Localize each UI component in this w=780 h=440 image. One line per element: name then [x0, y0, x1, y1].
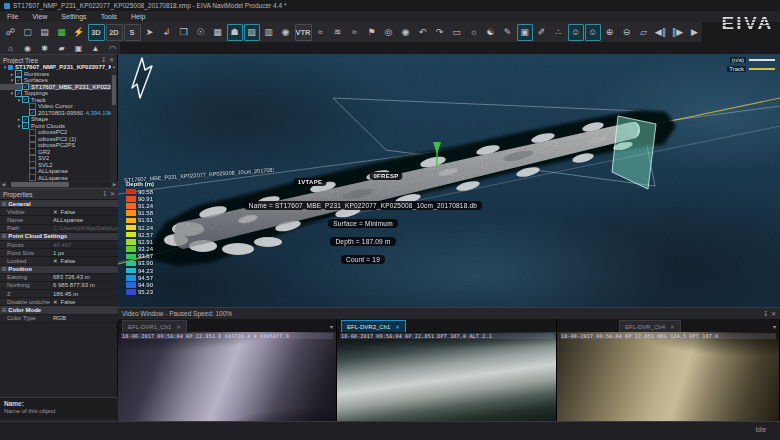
menu-tools[interactable]: Tools — [94, 13, 124, 20]
tab-close-icon[interactable]: ✕ — [395, 324, 400, 330]
property-value[interactable]: ALLspanse — [50, 216, 118, 223]
rectangle-select-icon[interactable]: ▭ — [449, 24, 465, 41]
tool-marker-icon[interactable]: ▲ — [88, 42, 104, 55]
property-value[interactable]: RGB — [50, 315, 118, 322]
tree-checkbox[interactable]: ✓ — [29, 109, 36, 116]
tree-checkbox[interactable]: ✓ — [15, 90, 22, 97]
fill-square-icon[interactable]: ▣ — [517, 24, 533, 41]
tree-horizontal-scrollbar[interactable]: ◀ ▶ — [0, 181, 118, 188]
video-tab[interactable]: EFL-DVR_Ch4✕ — [619, 320, 681, 332]
tool-box-icon[interactable]: ▣ — [71, 42, 87, 55]
tool-bar-icon[interactable]: ▰ — [54, 42, 70, 55]
property-value[interactable]: 186.45 m — [50, 290, 118, 297]
video-tab[interactable]: EFL-DVR1_Ch1✕ — [122, 320, 187, 332]
pin-icon[interactable]: ↧ — [101, 57, 106, 63]
tool-record-icon[interactable]: ◉ — [20, 42, 36, 55]
undo-icon[interactable]: ↶ — [415, 24, 431, 41]
property-value[interactable]: ✕False — [50, 257, 118, 264]
play-icon[interactable]: ▶ — [687, 24, 703, 41]
select-pointer-icon[interactable]: ➤ — [142, 24, 158, 41]
view-single-button[interactable]: S — [124, 24, 141, 41]
edit-pen-icon[interactable]: ✎ — [500, 24, 516, 41]
smiley-filter-2-icon[interactable]: ☺ — [585, 24, 601, 41]
event-label-1vtape[interactable]: 1VTAPE — [294, 178, 327, 186]
property-value[interactable]: 6 985 877.93 m — [50, 282, 118, 289]
redo-icon[interactable]: ↷ — [432, 24, 448, 41]
tree-checkbox[interactable]: ✓ — [15, 77, 22, 84]
image-view-icon[interactable]: ▥ — [261, 24, 277, 41]
tree-checkbox[interactable]: ✓ — [22, 122, 29, 129]
pin-icon[interactable]: ↧ — [102, 191, 107, 197]
paint-tool-icon[interactable]: ✐ — [534, 24, 550, 41]
menu-help[interactable]: Help — [124, 13, 152, 20]
pin-event-icon[interactable]: ◉ — [398, 24, 414, 41]
property-row[interactable]: PathC:\Users\jrk\AppData\Local — [0, 225, 118, 233]
property-value[interactable]: 40 407 — [50, 241, 118, 248]
tree-vertical-scrollbar[interactable]: ▲ — [111, 64, 117, 181]
tool-star-icon[interactable]: ✱ — [37, 42, 53, 55]
tree-checkbox[interactable]: ✓ — [22, 83, 29, 90]
plugin-icon[interactable]: ⚡ — [71, 24, 87, 41]
property-value[interactable]: ✕False — [50, 208, 118, 215]
tree-checkbox[interactable]: ✓ — [22, 96, 29, 103]
mesh-surface-icon[interactable]: ▨ — [244, 24, 260, 41]
category-collapse-icon[interactable]: ⊟ — [2, 201, 6, 207]
step-forward-icon[interactable]: ∥▶ — [670, 24, 686, 41]
route-icon[interactable]: ⚑ — [364, 24, 380, 41]
video-tab[interactable]: EFL-DVR2_Ch1✕ — [341, 320, 406, 332]
open-project-icon[interactable]: ▤ — [37, 24, 53, 41]
scroll-thumb[interactable] — [11, 182, 69, 187]
camera-icon[interactable]: ◉ — [278, 24, 294, 41]
property-row[interactable]: Disable undo/redo✕False — [0, 298, 118, 306]
lighting-sun-icon[interactable]: ☼ — [466, 24, 482, 41]
property-value[interactable]: 683 726.43 m — [50, 274, 118, 281]
category-collapse-icon[interactable]: ⊟ — [2, 307, 6, 313]
model-box-icon[interactable]: ❒ — [176, 24, 192, 41]
property-value[interactable]: ✕False — [50, 298, 118, 305]
tab-close-icon[interactable]: ✕ — [670, 324, 675, 330]
grid-icon[interactable]: ▦ — [210, 24, 226, 41]
tool-home-icon[interactable]: ⌂ — [3, 42, 19, 55]
property-category[interactable]: ⊟Position — [0, 266, 118, 274]
tree-checkbox[interactable] — [29, 174, 36, 181]
property-row[interactable]: Visible✕False — [0, 208, 118, 216]
point-add-icon[interactable]: ⊕ — [602, 24, 618, 41]
video-frame[interactable]: 18-08-2017 09:56:04 KP 22.851 HDG 124.5 … — [557, 332, 779, 422]
event-label-0fresp[interactable]: 0FRESP — [369, 172, 402, 180]
smiley-filter-1-icon[interactable]: ☺ — [568, 24, 584, 41]
color-palette-icon[interactable]: ☯ — [483, 24, 499, 41]
import-model-icon[interactable]: ↲ — [159, 24, 175, 41]
scatter-points-icon[interactable]: ∴ — [551, 24, 567, 41]
category-collapse-icon[interactable]: ⊟ — [2, 233, 6, 239]
property-row[interactable]: Locked✕False — [0, 257, 118, 265]
category-collapse-icon[interactable]: ⊟ — [2, 266, 6, 272]
new-project-icon[interactable]: ▢ — [20, 24, 36, 41]
pin-position-icon[interactable]: ◎ — [381, 24, 397, 41]
video-frame[interactable]: 18-08-2017 09:56:04 KP 22.851 DPT 187.0 … — [337, 332, 556, 422]
video-frame[interactable]: 18-08-2017 09:56:04 KP 22.851 E 683726.4… — [118, 332, 336, 422]
scroll-right-icon[interactable]: ▶ — [111, 182, 118, 187]
profile-cross-icon[interactable]: ≋ — [330, 24, 346, 41]
menu-file[interactable]: File — [0, 13, 25, 20]
property-row[interactable]: Color TypeRGB — [0, 315, 118, 323]
tab-dropdown-icon[interactable]: ▾ — [330, 323, 333, 330]
property-row[interactable]: Easting683 726.43 m — [0, 274, 118, 282]
property-row[interactable]: Northing6 985 877.93 m — [0, 282, 118, 290]
close-icon[interactable]: ✕ — [771, 311, 776, 317]
scroll-left-icon[interactable]: ◀ — [0, 182, 7, 187]
vtr-button[interactable]: VTR — [295, 24, 312, 41]
property-row[interactable]: Z186.45 m — [0, 290, 118, 298]
save-project-icon[interactable]: ▦ — [54, 24, 70, 41]
property-row[interactable]: Point Size1 px — [0, 249, 118, 257]
scene-3d-view[interactable]: (n/a)Track Depth (m) 90.5890.9191.2491.5… — [118, 54, 780, 307]
property-category[interactable]: ⊟General — [0, 200, 118, 208]
property-category[interactable]: ⊟Point Cloud Settings — [0, 233, 118, 241]
close-icon[interactable]: ✕ — [109, 57, 114, 63]
menu-view[interactable]: View — [25, 13, 54, 20]
tab-close-icon[interactable]: ✕ — [176, 324, 181, 330]
view-3d-button[interactable]: 3D — [88, 24, 105, 41]
property-value[interactable]: C:\Users\jrk\AppData\Local — [50, 225, 118, 232]
step-back-icon[interactable]: ◀∥ — [653, 24, 669, 41]
property-row[interactable]: Points40 407 — [0, 241, 118, 249]
property-category[interactable]: ⊟Color Mode — [0, 306, 118, 314]
